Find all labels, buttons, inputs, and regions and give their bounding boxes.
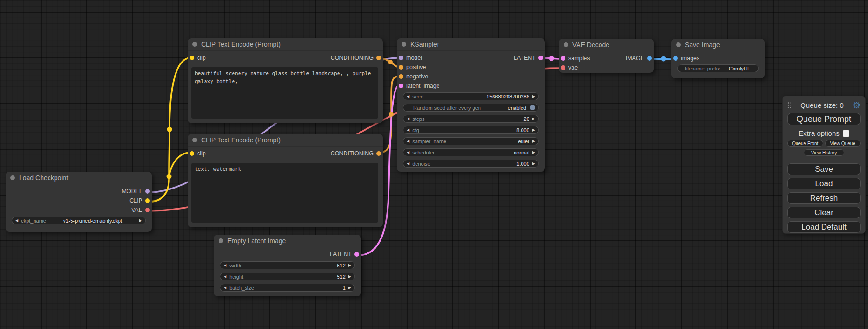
widget-scheduler[interactable]: ◀ scheduler normal ▶ (403, 148, 539, 156)
input-port-latent-image[interactable] (399, 84, 403, 88)
widget-label: cfg (412, 127, 419, 133)
collapse-dot-icon[interactable] (192, 138, 197, 142)
save-button[interactable]: Save (787, 163, 861, 175)
link-dot-clip-2[interactable] (167, 174, 172, 179)
prompt-textarea[interactable]: text, watermark (191, 163, 378, 223)
node-header[interactable]: Load Checkpoint (6, 172, 152, 184)
link-dot-clip-1[interactable] (167, 127, 172, 132)
widget-value: 512 (337, 274, 345, 280)
input-port-negative[interactable] (399, 74, 403, 79)
node-header[interactable]: Save Image (671, 39, 765, 51)
clear-button[interactable]: Clear (787, 207, 861, 218)
collapse-dot-icon[interactable] (10, 175, 15, 180)
output-port-latent[interactable] (538, 56, 543, 60)
widget-label: seed (412, 94, 423, 99)
queue-prompt-button[interactable]: Queue Prompt (787, 113, 861, 125)
queue-menu-panel[interactable]: Queue size: 0 ⚙ Queue Prompt Extra optio… (782, 96, 866, 234)
input-port-images[interactable] (673, 56, 678, 61)
output-port-image[interactable] (647, 56, 652, 61)
decrement-arrow-icon[interactable]: ◀ (224, 286, 226, 290)
decrement-arrow-icon[interactable]: ◀ (224, 275, 226, 279)
node-header[interactable]: CLIP Text Encode (Prompt) (188, 134, 383, 147)
decrement-arrow-icon[interactable]: ◀ (407, 162, 409, 166)
widget-cfg[interactable]: ◀ cfg 8.000 ▶ (403, 126, 539, 134)
widget-width[interactable]: ◀ width 512 ▶ (220, 261, 355, 269)
node-header[interactable]: CLIP Text Encode (Prompt) (188, 38, 383, 51)
node-clip-text-encode-negative[interactable]: CLIP Text Encode (Prompt) clip CONDITION… (188, 134, 383, 227)
input-port-positive[interactable] (399, 65, 403, 70)
node-vae-decode[interactable]: VAE Decode samples vae IMAGE (559, 39, 654, 73)
view-history-button[interactable]: View History (804, 149, 844, 156)
decrement-arrow-icon[interactable]: ◀ (407, 151, 409, 154)
collapse-dot-icon[interactable] (219, 238, 223, 243)
decrement-arrow-icon[interactable]: ◀ (15, 219, 18, 223)
output-port-model[interactable] (145, 189, 150, 194)
widget-batch-size[interactable]: ◀ batch_size 1 ▶ (220, 284, 355, 292)
output-label-latent: LATENT (514, 55, 536, 61)
increment-arrow-icon[interactable]: ▶ (532, 140, 535, 143)
output-port-clip[interactable] (145, 198, 150, 203)
output-port-latent[interactable] (354, 252, 359, 257)
increment-arrow-icon[interactable]: ▶ (348, 275, 351, 279)
widget-label: width (229, 263, 241, 268)
toggle-dot-icon[interactable] (530, 105, 535, 110)
output-port-vae[interactable] (145, 208, 150, 212)
node-header[interactable]: VAE Decode (559, 39, 654, 51)
refresh-button[interactable]: Refresh (787, 192, 861, 204)
widget-seed[interactable]: ◀ seed 156680208700286 ▶ (403, 92, 539, 100)
increment-arrow-icon[interactable]: ▶ (348, 286, 351, 290)
drag-handle-icon[interactable] (787, 102, 791, 109)
widget-filename-prefix[interactable]: filename_prefix ComfyUI (677, 64, 759, 72)
node-clip-text-encode-positive[interactable]: CLIP Text Encode (Prompt) clip CONDITION… (188, 38, 383, 123)
increment-arrow-icon[interactable]: ▶ (532, 95, 535, 98)
output-port-conditioning[interactable] (376, 151, 381, 156)
increment-arrow-icon[interactable]: ▶ (532, 162, 535, 166)
node-ksampler[interactable]: KSampler model positive negative latent_… (397, 38, 545, 172)
node-save-image[interactable]: Save Image images filename_prefix ComfyU… (671, 39, 765, 78)
widget-value: 1.000 (516, 161, 529, 167)
extra-options-checkbox[interactable] (843, 130, 849, 137)
decrement-arrow-icon[interactable]: ◀ (407, 140, 409, 143)
collapse-dot-icon[interactable] (564, 42, 568, 47)
decrement-arrow-icon[interactable]: ◀ (407, 128, 409, 132)
widget-random-seed-toggle[interactable]: Random seed after every gen enabled (403, 104, 539, 112)
link-dot-latent[interactable] (549, 56, 554, 61)
decrement-arrow-icon[interactable]: ◀ (224, 264, 226, 267)
decrement-arrow-icon[interactable]: ◀ (407, 117, 409, 121)
output-port-conditioning[interactable] (376, 56, 381, 60)
node-header[interactable]: KSampler (397, 38, 545, 51)
widget-sampler-name[interactable]: ◀ sampler_name euler ▶ (403, 137, 539, 145)
node-header[interactable]: Empty Latent Image (214, 235, 361, 247)
collapse-dot-icon[interactable] (192, 42, 197, 47)
link-dot-image[interactable] (661, 56, 666, 62)
increment-arrow-icon[interactable]: ▶ (532, 151, 535, 154)
settings-gear-icon[interactable]: ⚙ (853, 101, 861, 110)
link-dot-conditioning-neg[interactable] (389, 112, 394, 117)
load-button[interactable]: Load (787, 178, 861, 189)
queue-front-button[interactable]: Queue Front (787, 140, 823, 147)
widget-value: v1-5-pruned-emaonly.ckpt (63, 218, 122, 224)
output-label-clip: CLIP (129, 197, 142, 204)
collapse-dot-icon[interactable] (402, 42, 406, 47)
increment-arrow-icon[interactable]: ▶ (139, 219, 142, 223)
widget-denoise[interactable]: ◀ denoise 1.000 ▶ (403, 160, 539, 168)
widget-height[interactable]: ◀ height 512 ▶ (220, 273, 355, 280)
widget-steps[interactable]: ◀ steps 20 ▶ (403, 115, 539, 123)
increment-arrow-icon[interactable]: ▶ (348, 264, 351, 267)
node-empty-latent-image[interactable]: Empty Latent Image LATENT ◀ width 512 ▶ … (214, 235, 361, 296)
prompt-textarea[interactable]: beautiful scenery nature glass bottle la… (191, 67, 378, 119)
widget-ckpt-name[interactable]: ◀ ckpt_name v1-5-pruned-emaonly.ckpt ▶ (12, 217, 146, 224)
node-load-checkpoint[interactable]: Load Checkpoint MODEL CLIP VAE ◀ ckpt_na… (6, 172, 152, 232)
output-label-conditioning: CONDITIONING (331, 150, 374, 157)
load-default-button[interactable]: Load Default (787, 221, 861, 233)
link-dot-conditioning-pos[interactable] (388, 60, 393, 64)
increment-arrow-icon[interactable]: ▶ (532, 117, 535, 121)
queue-size-label: Queue size: 0 (791, 101, 853, 109)
decrement-arrow-icon[interactable]: ◀ (407, 95, 409, 98)
collapse-dot-icon[interactable] (676, 42, 681, 47)
input-label-negative: negative (406, 73, 428, 80)
view-queue-button[interactable]: View Queue (825, 140, 861, 147)
increment-arrow-icon[interactable]: ▶ (532, 128, 535, 132)
input-port-vae[interactable] (561, 65, 565, 70)
output-label-vae: VAE (131, 207, 142, 213)
